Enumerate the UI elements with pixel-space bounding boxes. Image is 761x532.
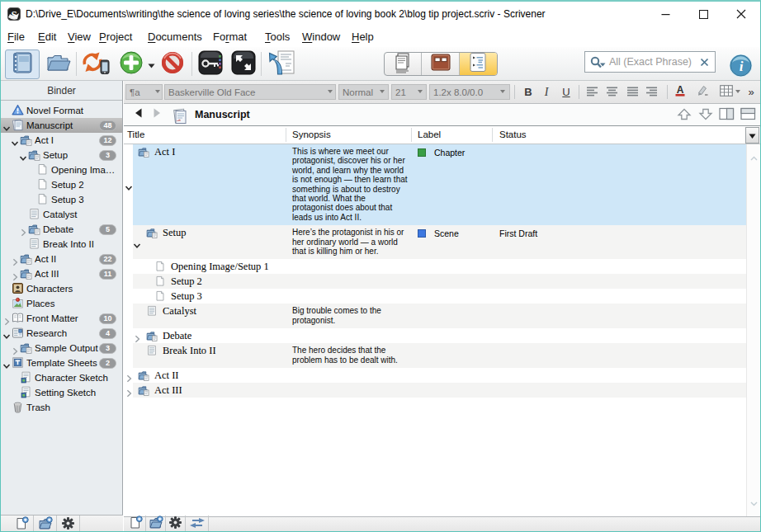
align-right-button[interactable] xyxy=(644,83,660,101)
menu-view[interactable]: View xyxy=(68,31,92,43)
binder-item-act-iii[interactable]: Act III11 xyxy=(1,266,122,281)
expand-icon[interactable] xyxy=(125,371,133,379)
expand-icon[interactable] xyxy=(19,225,27,233)
align-center-button[interactable] xyxy=(604,83,621,101)
split-vertical-button[interactable] xyxy=(720,109,733,122)
menu-file[interactable]: File xyxy=(7,31,31,43)
binder-item-act-ii[interactable]: Act II22 xyxy=(1,252,122,266)
menu-edit[interactable]: Edit xyxy=(38,31,60,43)
binder-item-characters[interactable]: Characters xyxy=(1,281,122,296)
add-text-button[interactable] xyxy=(126,516,146,532)
menu-window[interactable]: Window xyxy=(302,31,344,43)
outliner-row-act-ii[interactable]: Act II xyxy=(124,368,746,383)
expand-icon[interactable] xyxy=(11,255,19,263)
add-text-button[interactable] xyxy=(11,516,34,532)
collapse-icon[interactable] xyxy=(11,136,19,144)
outliner-row-setup-3[interactable]: Setup 3 xyxy=(124,289,746,304)
sync-button[interactable] xyxy=(78,49,113,79)
inspector-button[interactable]: i xyxy=(729,54,753,78)
binder-item-character-sketch[interactable]: Character Sketch xyxy=(1,370,122,385)
text-color-button[interactable]: A xyxy=(673,83,689,101)
collapse-icon[interactable] xyxy=(2,121,11,129)
back-button[interactable] xyxy=(131,108,144,121)
keywords-button[interactable] xyxy=(195,49,226,79)
corkboard-view-button[interactable] xyxy=(422,53,459,75)
collapse-icon[interactable] xyxy=(133,238,141,247)
clear-search-icon[interactable] xyxy=(700,58,715,67)
align-justify-button[interactable] xyxy=(625,83,641,101)
outliner-view-button[interactable] xyxy=(460,53,497,75)
minimize-button[interactable] xyxy=(646,2,684,26)
binder-item-setup[interactable]: Setup3 xyxy=(1,148,122,162)
binder-item-trash[interactable]: Trash xyxy=(1,400,122,415)
outliner-row-break-into-ii[interactable]: Break Into IIThe hero decides that the p… xyxy=(124,343,746,368)
down-group-button[interactable] xyxy=(699,109,712,122)
add-dropdown-arrow[interactable] xyxy=(146,49,156,79)
overflow-button[interactable]: » xyxy=(744,83,758,101)
menu-project[interactable]: Project xyxy=(99,31,140,43)
menu-tools[interactable]: Tools xyxy=(265,31,295,43)
binder-item-catalyst[interactable]: Catalyst xyxy=(1,207,122,222)
collapse-icon[interactable] xyxy=(2,329,11,337)
column-divider[interactable] xyxy=(286,128,286,142)
close-button[interactable] xyxy=(722,2,760,26)
collapse-icon[interactable] xyxy=(2,359,11,367)
font-family-dropdown[interactable]: Baskerville Old Face xyxy=(164,84,336,100)
compose-button[interactable] xyxy=(228,49,259,79)
outliner-row-act-i[interactable]: Act IThis is where we meet our protagoni… xyxy=(124,144,746,225)
compile-button[interactable] xyxy=(264,49,297,79)
binder-item-debate[interactable]: Debate5 xyxy=(1,222,122,237)
collections-button[interactable] xyxy=(42,49,73,79)
highlight-button[interactable] xyxy=(693,83,710,101)
binder-item-setup-2[interactable]: Setup 2 xyxy=(1,177,122,192)
expand-icon[interactable] xyxy=(11,270,19,278)
table-button[interactable] xyxy=(718,83,735,101)
column-divider[interactable] xyxy=(411,128,412,142)
outliner-row-setup[interactable]: SetupHere’s the protagonist in his or he… xyxy=(124,225,746,259)
expand-icon[interactable] xyxy=(2,314,11,322)
italic-button[interactable]: I xyxy=(538,83,555,101)
binder-item-front-matter[interactable]: Front Matter10 xyxy=(1,311,122,326)
column-header-status[interactable]: Status xyxy=(499,126,527,144)
split-horizontal-button[interactable] xyxy=(741,109,754,122)
add-folder-button[interactable] xyxy=(146,516,166,532)
binder-item-research[interactable]: Research4 xyxy=(1,326,122,341)
outliner-row-setup-2[interactable]: Setup 2 xyxy=(124,274,746,289)
add-folder-button[interactable] xyxy=(34,516,57,532)
outliner-row-debate[interactable]: Debate xyxy=(124,328,746,343)
maximize-button[interactable] xyxy=(684,2,722,26)
document-view-button[interactable] xyxy=(385,53,422,75)
search-box[interactable]: All (Exact Phrase) xyxy=(584,51,716,73)
binder-item-places[interactable]: Places xyxy=(1,296,122,311)
collapse-icon[interactable] xyxy=(19,151,27,159)
align-left-button[interactable] xyxy=(584,83,601,101)
scroll-down-button[interactable] xyxy=(747,497,760,508)
binder-item-act-i[interactable]: Act I12 xyxy=(1,133,122,148)
binder-item-novel-format[interactable]: Novel Format xyxy=(1,103,122,118)
up-group-button[interactable] xyxy=(678,109,691,122)
menu-documents[interactable]: Documents xyxy=(148,31,206,43)
expand-icon[interactable] xyxy=(11,344,19,352)
binder-item-manuscript[interactable]: Manuscript48 xyxy=(1,118,122,133)
column-picker-button[interactable] xyxy=(745,127,759,144)
vertical-scrollbar[interactable] xyxy=(746,144,759,516)
column-header-synopsis[interactable]: Synopsis xyxy=(292,126,331,144)
binder-toggle-button[interactable] xyxy=(5,49,40,79)
outliner-row-opening-image-setup-1[interactable]: Opening Image/Setup 1 xyxy=(124,259,746,274)
binder-item-sample-output[interactable]: Sample Output3 xyxy=(1,341,122,355)
column-header-title[interactable]: Title xyxy=(127,126,144,144)
sync-view-button[interactable] xyxy=(186,516,209,532)
menu-help[interactable]: Help xyxy=(352,31,376,43)
bold-button[interactable]: B xyxy=(520,83,536,101)
scroll-up-button[interactable] xyxy=(747,151,760,162)
binder-item-setting-sketch[interactable]: Setting Sketch xyxy=(1,385,122,400)
settings-button[interactable] xyxy=(166,516,186,532)
line-spacing-dropdown[interactable]: 1.2x 8.0/0.0 xyxy=(429,84,510,100)
column-header-label[interactable]: Label xyxy=(418,126,441,144)
search-input[interactable]: All (Exact Phrase) xyxy=(606,56,700,68)
settings-button[interactable] xyxy=(57,516,80,532)
forward-button[interactable] xyxy=(151,108,164,121)
collapse-icon[interactable] xyxy=(125,181,133,189)
expand-icon[interactable] xyxy=(125,386,133,394)
expand-icon[interactable] xyxy=(133,332,141,340)
